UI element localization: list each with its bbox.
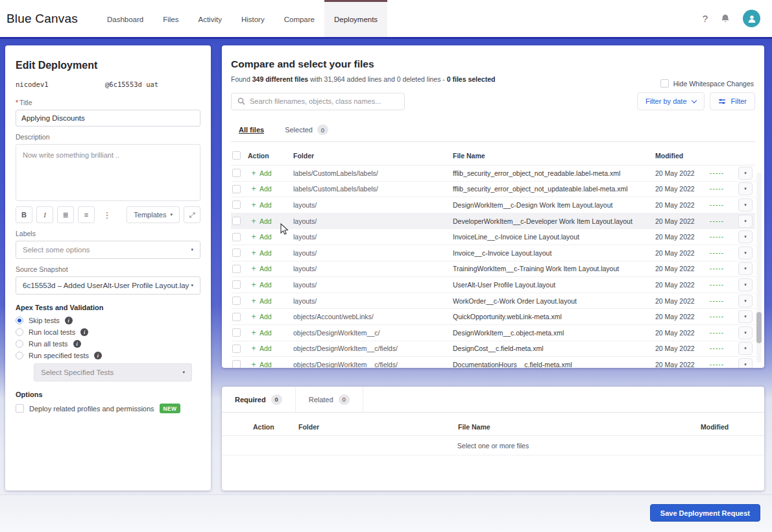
table-row[interactable]: + Add objects/DesignWorkItem__c/fields/ … — [231, 357, 755, 368]
bold-button[interactable]: B — [16, 206, 32, 223]
row-checkbox[interactable] — [232, 200, 241, 209]
add-action-link[interactable]: Add — [259, 249, 293, 257]
nav-item-activity[interactable]: Activity — [188, 0, 231, 37]
org-name: nicodev1 — [16, 80, 105, 88]
row-dropdown-button[interactable]: ▾ — [738, 167, 753, 180]
required-count-badge: 0 — [271, 394, 282, 405]
table-scrollbar[interactable] — [756, 173, 762, 363]
tab-related[interactable]: Related 0 — [296, 387, 363, 412]
nav-item-files[interactable]: Files — [153, 0, 188, 37]
tab-all-files[interactable]: All files — [237, 118, 265, 141]
templates-button[interactable]: Templates ▾ — [127, 206, 180, 223]
save-deployment-button[interactable]: Save Deployment Request — [650, 504, 760, 522]
scrollbar-thumb[interactable] — [756, 312, 762, 343]
expand-editor-button[interactable]: ⤢ — [184, 206, 200, 223]
row-checkbox[interactable] — [232, 233, 241, 241]
italic-button[interactable]: I — [36, 206, 53, 223]
row-dropdown-button[interactable]: ▾ — [738, 342, 753, 355]
add-action-link[interactable]: Add — [259, 345, 293, 352]
row-checkbox[interactable] — [232, 185, 241, 193]
add-action-link[interactable]: Add — [259, 313, 293, 320]
source-snapshot-select[interactable]: 6c15553d – Added UserAlt-User Profile La… — [16, 276, 200, 295]
table-row[interactable]: + Add layouts/ WorkOrder__c-Work Order L… — [231, 293, 755, 309]
table-row[interactable]: + Add layouts/ Invoice__c-Invoice Layout… — [231, 245, 755, 261]
radio-run-specified-tests[interactable]: Run specified tests i — [16, 352, 200, 359]
row-dropdown-button[interactable]: ▾ — [738, 199, 753, 212]
hide-whitespace-checkbox[interactable] — [660, 79, 669, 88]
numbered-list-button[interactable]: ≣ — [57, 206, 74, 223]
add-action-link[interactable]: Add — [259, 361, 293, 368]
nav-item-dashboard[interactable]: Dashboard — [97, 0, 153, 37]
row-file-name: fflib_security_error_object_not_readable… — [453, 169, 655, 177]
radio-icon[interactable] — [16, 340, 23, 348]
row-dropdown-button[interactable]: ▾ — [738, 215, 753, 228]
row-checkbox[interactable] — [232, 313, 241, 321]
row-dropdown-button[interactable]: ▾ — [738, 278, 753, 291]
title-input[interactable]: Applying Discounts — [16, 110, 200, 127]
info-icon[interactable]: i — [80, 328, 88, 336]
row-dropdown-button[interactable]: ▾ — [738, 182, 753, 195]
avatar[interactable] — [743, 10, 760, 27]
row-checkbox[interactable] — [232, 328, 241, 337]
add-action-link[interactable]: Add — [259, 201, 293, 209]
nav-item-history[interactable]: History — [232, 0, 274, 37]
row-dropdown-button[interactable]: ▾ — [738, 230, 753, 243]
nav-item-compare[interactable]: Compare — [274, 0, 324, 37]
filter-by-date-button[interactable]: Filter by date — [637, 92, 705, 110]
radio-selected-icon[interactable] — [16, 317, 23, 324]
row-checkbox[interactable] — [232, 296, 241, 305]
tab-required[interactable]: Required 0 — [222, 387, 296, 412]
row-dropdown-button[interactable]: ▾ — [738, 247, 753, 260]
description-textarea[interactable]: Now write something brilliant .. — [16, 144, 200, 201]
table-row[interactable]: + Add layouts/ DesignWorkItem__c-Design … — [231, 197, 755, 213]
select-all-checkbox[interactable] — [232, 151, 241, 160]
row-checkbox[interactable] — [232, 360, 241, 368]
radio-icon[interactable] — [16, 352, 23, 359]
row-checkbox[interactable] — [232, 345, 241, 353]
add-action-link[interactable]: Add — [259, 329, 293, 337]
filter-button[interactable]: Filter — [710, 92, 755, 110]
row-dropdown-button[interactable]: ▾ — [738, 358, 753, 368]
add-action-link[interactable]: Add — [259, 265, 293, 272]
radio-run-local-tests[interactable]: Run local tests i — [16, 328, 200, 336]
table-row[interactable]: + Add layouts/ InvoiceLine__c-Invoice Li… — [231, 229, 755, 245]
table-row[interactable]: + Add layouts/ TrainingWorkItem__c-Train… — [231, 261, 755, 278]
row-dropdown-button[interactable]: ▾ — [738, 310, 753, 323]
info-icon[interactable]: i — [65, 317, 73, 324]
row-checkbox[interactable] — [232, 265, 241, 273]
row-dropdown-button[interactable]: ▾ — [738, 262, 753, 275]
source-snapshot-label: Source Snapshot — [16, 265, 200, 273]
deploy-permissions-checkbox[interactable] — [16, 404, 24, 413]
tab-selected[interactable]: Selected 0 — [283, 118, 330, 141]
table-row[interactable]: + Add layouts/ DeveloperWorkItem__c-Deve… — [231, 213, 755, 230]
row-checkbox[interactable] — [232, 217, 241, 225]
row-checkbox[interactable] — [232, 248, 241, 257]
add-action-link[interactable]: Add — [259, 185, 293, 193]
row-dropdown-button[interactable]: ▾ — [738, 295, 753, 308]
table-row[interactable]: + Add objects/DesignWorkItem__c/ DesignW… — [231, 325, 755, 341]
help-icon[interactable]: ? — [703, 13, 708, 24]
bullet-list-button[interactable]: ≡ — [78, 206, 95, 223]
table-row[interactable]: + Add labels/CustomLabels/labels/ fflib_… — [231, 182, 755, 198]
nav-item-deployments[interactable]: Deployments — [324, 0, 387, 37]
row-dropdown-button[interactable]: ▾ — [738, 326, 753, 339]
radio-run-all-tests[interactable]: Run all tests i — [16, 340, 200, 348]
table-row[interactable]: + Add objects/DesignWorkItem__c/fields/ … — [231, 341, 755, 357]
radio-icon[interactable] — [16, 328, 23, 336]
add-action-link[interactable]: Add — [259, 297, 293, 305]
add-action-link[interactable]: Add — [259, 281, 293, 289]
table-row[interactable]: + Add layouts/ UserAlt-User Profile Layo… — [231, 277, 755, 293]
radio-skip-tests[interactable]: Skip tests i — [16, 317, 200, 324]
labels-select[interactable]: Select some options ▾ — [16, 241, 200, 259]
search-input[interactable]: Search filenames, objects, class names..… — [231, 93, 405, 110]
more-options-button[interactable]: ⋮ — [99, 206, 115, 223]
table-row[interactable]: + Add labels/CustomLabels/labels/ fflib_… — [231, 165, 755, 182]
info-icon[interactable]: i — [73, 340, 81, 348]
row-checkbox[interactable] — [232, 280, 241, 289]
row-checkbox[interactable] — [232, 169, 241, 177]
add-action-link[interactable]: Add — [259, 169, 293, 177]
bell-icon[interactable] — [720, 14, 730, 24]
specified-tests-select[interactable]: Select Specified Tests ▾ — [34, 363, 192, 381]
table-row[interactable]: + Add objects/Account/webLinks/ QuickOpp… — [231, 309, 755, 325]
info-icon[interactable]: i — [94, 352, 102, 359]
